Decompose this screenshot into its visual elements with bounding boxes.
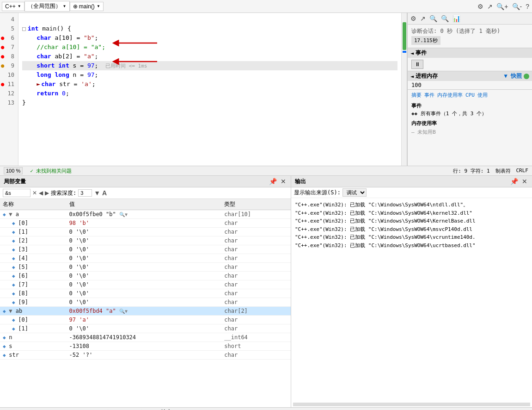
clear-search-btn[interactable]: ✕ <box>32 190 37 196</box>
memory-chart-hint: — 未知用B <box>408 128 532 137</box>
var-value-cell: 0 '\0' <box>67 245 222 254</box>
events-section-label: 事件 <box>411 102 528 109</box>
search-input[interactable] <box>3 189 31 197</box>
chart-btn[interactable]: 📊 <box>452 14 461 23</box>
code-line-4 <box>22 15 397 24</box>
var-value-cell: 0 '\0' <box>67 280 222 289</box>
var-value-cell: 0x00f5fbd4 "a" 🔍▼ <box>67 307 222 316</box>
zoom-out-icon[interactable]: 🔍- <box>511 2 523 11</box>
var-type-cell: char[2] <box>221 307 291 316</box>
code-line-13: } <box>22 98 397 107</box>
output-source-row: 显示输出来源(S): 调试 <box>291 187 532 198</box>
tab-command[interactable]: 命令窗口 <box>92 408 118 410</box>
search-bar: ✕ ◀ ▶ 搜索深度: ▼ A <box>0 187 291 199</box>
code-content[interactable]: □int main() { char a[10] = "b"; //char a <box>18 13 401 166</box>
line-11: 11 <box>0 80 18 89</box>
line-13: 13 <box>0 98 18 107</box>
code-line-6: char a[10] = "b"; <box>22 33 397 43</box>
memory-value: 100 <box>411 82 422 88</box>
col-name: 名称 <box>0 199 67 210</box>
memory-header[interactable]: ◄ 进程内存 ▼ 快照 <box>408 71 532 81</box>
snapshot-btn[interactable]: ▼ 快照 <box>504 72 522 80</box>
row-col: 行: 9 字符: 1 <box>453 168 489 174</box>
zoom-out-btn[interactable]: 🔍 <box>440 14 450 23</box>
var-value-cell: -13108 <box>67 342 222 351</box>
prev-result-btn[interactable]: ◀ <box>39 190 43 196</box>
var-value-cell: -52 '?' <box>67 351 222 360</box>
tab-call-stack[interactable]: 调用堆栈 <box>4 408 30 410</box>
output-content: "C++.exe"(Win32): 已加载 "C:\Windows\SysWOW… <box>291 198 532 402</box>
zoom-dropdown[interactable]: 100 % <box>4 167 23 174</box>
tab-output[interactable]: 输出 <box>159 408 174 410</box>
line-4: 4 <box>0 15 18 24</box>
close-output-icon[interactable]: ✕ <box>521 177 528 186</box>
top-toolbar: C++ （全局范围） ⊕ main() ⚙ ↗ 🔍+ 🔍- ? <box>0 0 532 13</box>
var-value-cell: 98 'b' <box>67 219 222 228</box>
code-line-11: ►char str = 'a'; <box>22 80 397 89</box>
settings-icon[interactable]: ⚙ <box>477 2 484 11</box>
var-value-cell: 0 '\0' <box>67 289 222 298</box>
tab-cpu[interactable]: CPU 使用 <box>465 92 488 99</box>
events-header[interactable]: ◄ 事件 <box>408 48 532 58</box>
filter-btn[interactable]: ▼ <box>94 189 100 197</box>
output-scrollbar[interactable] <box>293 403 530 406</box>
diag-section: 诊断会话: 0 秒 (选择了 1 毫秒) 17.115秒 <box>408 25 532 48</box>
close-locals-icon[interactable]: ✕ <box>280 177 287 186</box>
var-type-cell: char <box>221 324 291 333</box>
var-type-cell: char <box>221 245 291 254</box>
output-line: "C++.exe"(Win32): 已加载 "C:\Windows\SysWOW… <box>295 209 528 217</box>
output-line: "C++.exe"(Win32): 已加载 "C:\Windows\SysWOW… <box>295 217 528 225</box>
diag-time: 17.115秒 <box>411 36 440 45</box>
editor-scrollbar[interactable] <box>401 13 407 166</box>
events-area: ⏸ <box>408 58 532 71</box>
pause-btn[interactable]: ⏸ <box>411 60 423 69</box>
var-name-cell: ◆ [0] <box>0 219 67 228</box>
var-name-cell: ◆ [2] <box>0 236 67 245</box>
scope-dropdown[interactable]: （全局范围） <box>24 1 70 12</box>
var-name-cell: ◆ [6] <box>0 272 67 280</box>
help-icon[interactable]: ? <box>525 2 530 11</box>
depth-input[interactable] <box>78 189 92 197</box>
tab-exceptions[interactable]: 异常设置 <box>59 408 85 410</box>
export-icon[interactable]: ↗ <box>486 2 494 11</box>
tab-breakpoints[interactable]: 断点 <box>37 408 52 410</box>
zoom-in-btn[interactable]: 🔍 <box>428 14 438 23</box>
case-btn[interactable]: A <box>102 189 107 197</box>
tab-errors[interactable]: 错误列表 <box>181 408 207 410</box>
pin-icon[interactable]: 📌 <box>268 177 278 186</box>
next-result-btn[interactable]: ▶ <box>45 190 49 196</box>
output-title: 输出 <box>295 178 306 186</box>
var-type-cell: char <box>221 272 291 280</box>
bottom-tabs: 调用堆栈 断点 异常设置 命令窗口 即时窗口 输出 错误列表 <box>0 407 532 410</box>
var-value-cell: 0 '\0' <box>67 236 222 245</box>
pin-output-icon[interactable]: 📌 <box>509 177 519 186</box>
memory-triangle: ◄ <box>410 73 414 80</box>
var-type-cell: char <box>221 219 291 228</box>
share-btn[interactable]: ↗ <box>419 14 427 23</box>
line-8: 8 <box>0 52 18 61</box>
zoom-in-icon[interactable]: 🔍+ <box>495 2 509 11</box>
bottom-area: 局部变量 📌 ✕ ✕ ◀ ▶ 搜索深度: ▼ A 名称 值 类型 <box>0 176 532 407</box>
function-dropdown[interactable]: ⊕ main() <box>70 2 104 11</box>
var-value-cell: 0 '\0' <box>67 254 222 263</box>
tab-summary[interactable]: 摘要 <box>411 92 422 99</box>
tab-events[interactable]: 事件 <box>424 92 434 99</box>
var-name-cell: ◆ [4] <box>0 254 67 263</box>
tab-memory[interactable]: 内存使用率 <box>437 92 463 99</box>
var-name-cell: ◆ [1] <box>0 228 67 236</box>
var-type-cell: char <box>221 228 291 236</box>
var-name-cell: ◆ n <box>0 333 67 342</box>
source-select[interactable]: 调试 <box>342 188 367 197</box>
locals-header: 局部变量 📌 ✕ <box>0 176 291 187</box>
tab-immediate[interactable]: 即时窗口 <box>126 408 152 410</box>
language-dropdown[interactable]: C++ <box>2 2 24 11</box>
memory-row: 100 <box>408 81 532 89</box>
var-value-cell: 97 'a' <box>67 316 222 324</box>
settings-btn[interactable]: ⚙ <box>410 14 417 23</box>
var-value-cell: 0x00f5fbe0 "b" 🔍▼ <box>67 210 222 219</box>
code-line-9: short int s = 97; 已用时间 <= 1ms <box>22 61 397 70</box>
var-type-cell: char <box>221 236 291 245</box>
line-5: 5 <box>0 24 18 33</box>
var-name-cell: ◆ [3] <box>0 245 67 254</box>
var-value-cell: 0 '\0' <box>67 272 222 280</box>
